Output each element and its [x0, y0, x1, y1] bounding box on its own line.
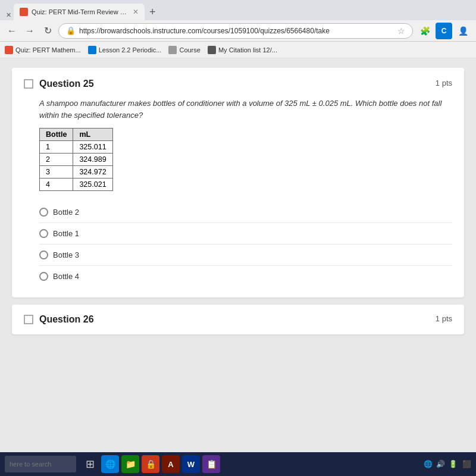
radio-label: Bottle 1 [53, 229, 79, 238]
question-26-pts: 1 pts [436, 314, 452, 323]
bookmark-4[interactable]: My Citation list 12/... [208, 46, 277, 54]
bookmark-3[interactable]: Course [168, 46, 200, 54]
page-content: Question 25 1 pts A shampoo manufacturer… [0, 58, 476, 452]
question-25-body: A shampoo manufacturer makes bottles of … [24, 98, 452, 287]
tab-label: Quiz: PERT Mid-Term Review Par [32, 8, 127, 15]
table-cell: 4 [40, 178, 73, 191]
radio-option[interactable]: Bottle 4 [39, 265, 452, 287]
question-26-checkbox[interactable] [24, 315, 33, 324]
bookmarks-bar: Quiz: PERT Mathem... Lesson 2.2 Periodic… [0, 42, 476, 58]
question-26-title: Question 26 [39, 314, 94, 325]
radio-label: Bottle 3 [53, 250, 79, 259]
browser-actions: 🧩 C 👤 [416, 23, 471, 39]
edge-button[interactable]: C [436, 23, 452, 39]
taskbar-icon-edge[interactable]: 🌐 [101, 455, 119, 473]
tab-favicon [20, 8, 28, 16]
table-header-bottle: Bottle [40, 129, 73, 141]
taskbar-app-icons: ⊞ 🌐 📁 🔒 A W 📋 [81, 455, 220, 473]
table-cell: 3 [40, 166, 73, 178]
table-row: 2324.989 [40, 154, 113, 166]
question-25-pts: 1 pts [436, 79, 452, 87]
question-26-left: Question 26 [24, 314, 94, 325]
address-field[interactable]: 🔒 https://browardschools.instructure.com… [58, 23, 413, 39]
radio-circle [39, 250, 48, 259]
bookmark-icon-2 [88, 46, 96, 54]
network-icon[interactable]: 🌐 [424, 460, 433, 468]
taskbar-right: 🌐 🔊 🔋 ⬛ [424, 460, 471, 468]
table-cell: 325.011 [73, 141, 112, 154]
back-button[interactable]: ← [5, 26, 19, 36]
radio-option[interactable]: Bottle 1 [39, 223, 452, 244]
bookmark-label-3: Course [179, 46, 200, 54]
notification-icon[interactable]: ⬛ [462, 460, 471, 468]
taskbar-icon-pdf[interactable]: A [162, 455, 180, 473]
bookmark-label-2: Lesson 2.2 Periodic... [99, 46, 162, 54]
favorite-icon[interactable]: ☆ [397, 26, 405, 36]
new-tab-button[interactable]: + [145, 4, 161, 20]
question-25-text: A shampoo manufacturer makes bottles of … [39, 98, 452, 121]
radio-circle [39, 272, 48, 281]
tab-bar: ✕ Quiz: PERT Mid-Term Review Par ✕ + [0, 0, 476, 20]
bookmark-2[interactable]: Lesson 2.2 Periodic... [88, 46, 162, 54]
bookmark-icon-3 [168, 46, 177, 54]
bookmark-icon-4 [208, 46, 216, 54]
question-25-card: Question 25 1 pts A shampoo manufacturer… [12, 68, 464, 298]
volume-icon[interactable]: 🔊 [436, 460, 445, 468]
question-26-card: Question 26 1 pts [12, 305, 464, 334]
tab-close-icon[interactable]: ✕ [133, 8, 139, 16]
profile-button[interactable]: 👤 [455, 23, 471, 39]
bottle-table: Bottle mL 1325.0112324.9893324.9724325.0… [39, 128, 113, 191]
question-25-title: Question 25 [39, 79, 94, 89]
table-row: 3324.972 [40, 166, 113, 178]
active-tab[interactable]: Quiz: PERT Mid-Term Review Par ✕ [14, 4, 145, 20]
question-25-header: Question 25 1 pts [24, 79, 452, 89]
taskbar-icon-teams[interactable]: 📋 [202, 455, 220, 473]
extensions-button[interactable]: 🧩 [416, 23, 433, 39]
radio-label: Bottle 2 [53, 208, 79, 217]
table-cell: 324.972 [73, 166, 112, 178]
table-header-ml: mL [73, 129, 112, 141]
table-row: 4325.021 [40, 178, 113, 191]
tab-close-x[interactable]: ✕ [4, 10, 14, 20]
bookmark-1[interactable]: Quiz: PERT Mathem... [5, 46, 81, 54]
refresh-button[interactable]: ↻ [40, 25, 55, 36]
table-cell: 1 [40, 141, 73, 154]
table-row: 1325.011 [40, 141, 113, 154]
question-25-left: Question 25 [24, 79, 94, 89]
taskbar-search-input[interactable] [5, 456, 76, 472]
bookmark-label-4: My Citation list 12/... [218, 46, 277, 54]
address-bar-row: ← → ↻ 🔒 https://browardschools.instructu… [0, 20, 476, 42]
radio-circle [39, 208, 48, 217]
lock-icon: 🔒 [66, 26, 76, 35]
battery-icon[interactable]: 🔋 [449, 460, 458, 468]
radio-option[interactable]: Bottle 3 [39, 244, 452, 265]
question-26-header: Question 26 1 pts [24, 314, 452, 325]
taskbar-icon-lock[interactable]: 🔒 [142, 455, 159, 473]
bookmark-icon-1 [5, 46, 13, 54]
taskbar-icon-word[interactable]: W [182, 455, 200, 473]
bookmark-label-1: Quiz: PERT Mathem... [15, 46, 81, 54]
taskbar: ⊞ 🌐 📁 🔒 A W 📋 🌐 🔊 🔋 ⬛ [0, 452, 476, 476]
forward-button[interactable]: → [23, 26, 37, 36]
question-25-checkbox[interactable] [24, 79, 33, 89]
radio-option[interactable]: Bottle 2 [39, 202, 452, 223]
answer-options: Bottle 2Bottle 1Bottle 3Bottle 4 [39, 202, 452, 287]
table-cell: 324.989 [73, 154, 112, 166]
taskbar-icon-cortana[interactable]: ⊞ [81, 455, 99, 473]
taskbar-icon-files[interactable]: 📁 [121, 455, 139, 473]
table-cell: 2 [40, 154, 73, 166]
url-text: https://browardschools.instructure.com/c… [79, 27, 330, 35]
system-icons: 🌐 🔊 🔋 [424, 460, 458, 468]
table-cell: 325.021 [73, 178, 112, 191]
radio-label: Bottle 4 [53, 272, 79, 281]
radio-circle [39, 229, 48, 238]
